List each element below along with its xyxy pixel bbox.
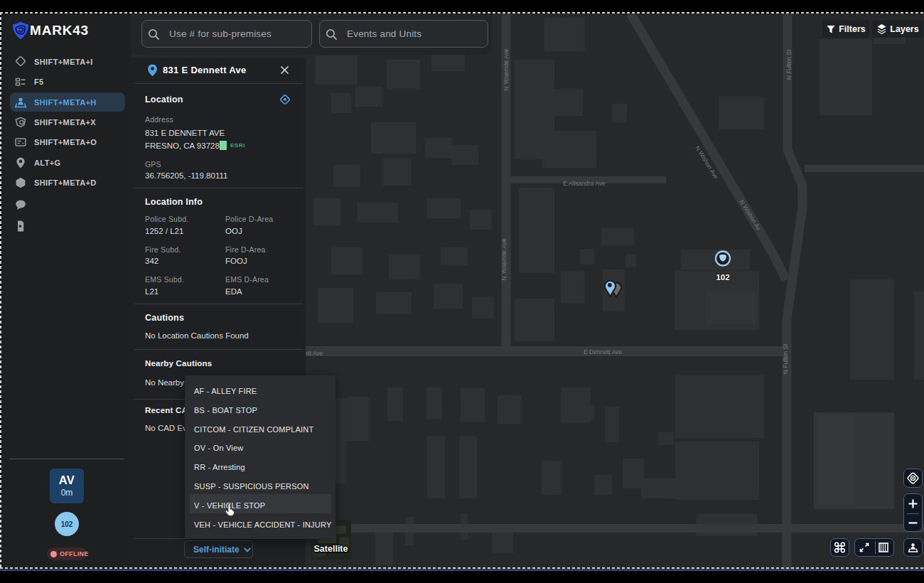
svg-text:E Dennett Ave: E Dennett Ave [584, 348, 622, 355]
svg-text:N Fulton St: N Fulton St [785, 49, 793, 80]
svg-text:N Yosemite Ave: N Yosemite Ave [500, 238, 507, 281]
svg-text:N Yosemite Ave: N Yosemite Ave [503, 48, 510, 91]
svg-text:102: 102 [716, 273, 729, 282]
svg-text:N Fulton St: N Fulton St [782, 343, 789, 374]
svg-text:E Alisandra Ave: E Alisandra Ave [563, 180, 606, 187]
